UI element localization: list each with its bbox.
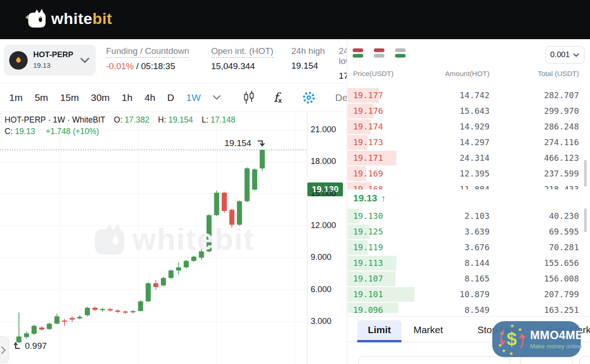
orderbook-view-asks-icon[interactable]: [374, 46, 388, 60]
whitebit-logo[interactable]: whitebit: [25, 8, 112, 29]
timeframe-15m[interactable]: 15m: [60, 92, 79, 103]
total-cell: 237.599: [544, 166, 579, 182]
tab-market[interactable]: Market: [408, 324, 448, 335]
stat-funding-countdown[interactable]: Funding / Countdown -0.01% / 05:18:35: [106, 46, 189, 71]
orderbook-column-headers: Price(USDT) Amount(HOT) Total (USDT): [348, 70, 590, 80]
hot-token-icon: [9, 51, 28, 70]
expand-panel-button[interactable]: [0, 336, 9, 363]
total-cell: 274.116: [544, 135, 579, 150]
funding-countdown: 05:18:35: [141, 61, 175, 71]
price-cell: 19.171: [353, 150, 383, 166]
orderbook-bid-row[interactable]: 19.10110.879207.799: [348, 287, 590, 302]
order-form-input[interactable]: [358, 356, 510, 364]
tab-limit[interactable]: Limit: [357, 324, 401, 335]
timeframe-5m[interactable]: 5m: [35, 92, 48, 103]
logo-wordmark: whitebit: [51, 10, 112, 28]
orderbook-view-bids-icon[interactable]: [395, 46, 409, 60]
column-header-total: Total (USDT): [537, 70, 579, 78]
amount-cell: 14.742: [460, 88, 490, 103]
mid-price[interactable]: 19.13↑: [353, 189, 386, 206]
whitebit-watermark: whitebit: [90, 221, 254, 257]
orderbook-bid-row[interactable]: 19.1078.165156.008: [348, 271, 590, 287]
whitebit-bird-icon: [25, 8, 47, 29]
price-axis-label: 3.000: [311, 317, 345, 326]
price-cell: 19.125: [353, 224, 383, 240]
orderbook-view-both-icon[interactable]: [353, 46, 366, 60]
orderbook-bid-row[interactable]: 19.1193.67670.281: [348, 240, 590, 255]
amount-cell: 8.549: [465, 302, 490, 313]
mmo4me-dollar-icon: ★ ★ ★ ★ ★ ★ ★ $: [497, 324, 527, 354]
pair-symbol: HOT-PERP: [33, 50, 73, 59]
price-cell: 19.173: [353, 135, 383, 150]
total-cell: 286.248: [544, 119, 579, 135]
24h-high-value: 19.154: [291, 61, 325, 71]
high-price-annotation: 19.154: [224, 138, 251, 148]
price-axis-label: 18.000: [311, 157, 345, 166]
total-cell: 156.008: [544, 271, 579, 287]
price-cell: 19.119: [353, 240, 383, 255]
orderbook-bid-row[interactable]: 19.1253.63969.595: [348, 224, 590, 240]
timeframe-1w-active[interactable]: 1W: [186, 92, 201, 103]
legend-open: 17.382: [124, 115, 149, 124]
chevron-down-icon: [80, 57, 89, 65]
timeframe-4h[interactable]: 4h: [144, 92, 155, 103]
amount-cell: 15.643: [460, 103, 490, 119]
bids-scrollbar-thumb[interactable]: [584, 208, 587, 232]
price-cell: 19.176: [353, 103, 383, 119]
stat-24h-low: 24h low 17.148: [339, 46, 347, 81]
low-price-annotation: 0.997: [25, 341, 47, 351]
orderbook-ask-row[interactable]: 19.17714.742282.707: [348, 88, 590, 103]
price-axis[interactable]: 19.130 21.00018.00015.00012.0009.0006.00…: [307, 112, 347, 364]
total-cell: 40.230: [549, 208, 579, 224]
chart-legend: HOT-PERP · 1W · WhiteBIT O: 17.382 H: 19…: [5, 114, 236, 137]
price-axis-label: 12.000: [311, 221, 345, 230]
chart-panel: HOT-PERP 19.13 Funding / Countdown -0.01…: [0, 39, 347, 364]
price-cell: 19.130: [353, 208, 383, 224]
timeframe-1d[interactable]: D: [167, 92, 174, 103]
order-form-input[interactable]: [520, 356, 572, 364]
pair-selector[interactable]: HOT-PERP 19.13: [4, 45, 96, 76]
asks-scrollbar-thumb[interactable]: [584, 160, 587, 187]
price-axis-label: 6.000: [311, 285, 345, 294]
divider: [348, 316, 590, 317]
price-cell: 19.174: [353, 119, 383, 135]
mmo4me-subtitle: Make money online: [530, 343, 584, 350]
amount-cell: 8.165: [465, 271, 490, 287]
amount-cell: 3.676: [465, 240, 490, 255]
amount-cell: 8.144: [465, 255, 490, 271]
timeframe-30m[interactable]: 30m: [91, 92, 110, 103]
depth-tab[interactable]: Depth: [335, 92, 347, 103]
timeframe-1m[interactable]: 1m: [9, 92, 23, 103]
price-axis-label: 9.000: [311, 252, 345, 262]
stat-open-interest[interactable]: Open int. (HOT) 15,049.344: [211, 46, 273, 71]
orderbook-ask-row[interactable]: 19.17124.314466.123: [348, 150, 590, 166]
total-cell: 69.595: [549, 224, 579, 240]
amount-cell: 14.929: [460, 119, 490, 135]
orderbook-bid-row[interactable]: 19.1138.144155.656: [348, 255, 590, 271]
orderbook-ask-row[interactable]: 19.17314.297274.116: [348, 135, 590, 150]
timeframe-dropdown-chevron-icon[interactable]: [212, 95, 221, 100]
timeframe-1h[interactable]: 1h: [122, 92, 132, 103]
total-cell: 218.433: [544, 182, 579, 189]
orderbook-ask-row[interactable]: 19.16912.395237.599: [348, 166, 590, 182]
chart-toolbar: 1m 5m 15m 30m 1h 4h D 1W fx: [0, 83, 347, 112]
order-form-input[interactable]: [579, 356, 590, 364]
price-cell: 19.168: [353, 182, 383, 189]
candlestick-style-icon[interactable]: [243, 91, 255, 105]
orderbook-ask-row[interactable]: 19.17414.929286.248: [348, 119, 590, 135]
amount-cell: 3.639: [465, 224, 490, 240]
legend-title: HOT-PERP · 1W · WhiteBIT: [5, 115, 105, 124]
trading-screen: whitebit HOT-PERP 19.13 Funding / Countd…: [0, 0, 590, 364]
bids-list: 19.1302.10340.23019.1253.63969.59519.119…: [348, 208, 590, 313]
amount-cell: 12.395: [460, 166, 490, 182]
amount-cell: 10.879: [460, 287, 490, 302]
orderbook-bid-row[interactable]: 19.1302.10340.230: [348, 208, 590, 224]
indicators-fx-icon[interactable]: fx: [273, 90, 282, 105]
orderbook-bid-row[interactable]: 19.0968.549163.251: [348, 302, 590, 313]
orderbook-ask-row[interactable]: 19.16811.884218.433: [348, 182, 590, 189]
precision-dropdown[interactable]: 0.001: [545, 46, 584, 64]
orderbook-ask-row[interactable]: 19.17615.643299.970: [348, 103, 590, 119]
column-header-price: Price(USDT): [353, 70, 394, 78]
chart-settings-gear-icon[interactable]: [301, 90, 317, 106]
total-cell: 466.123: [544, 150, 579, 166]
